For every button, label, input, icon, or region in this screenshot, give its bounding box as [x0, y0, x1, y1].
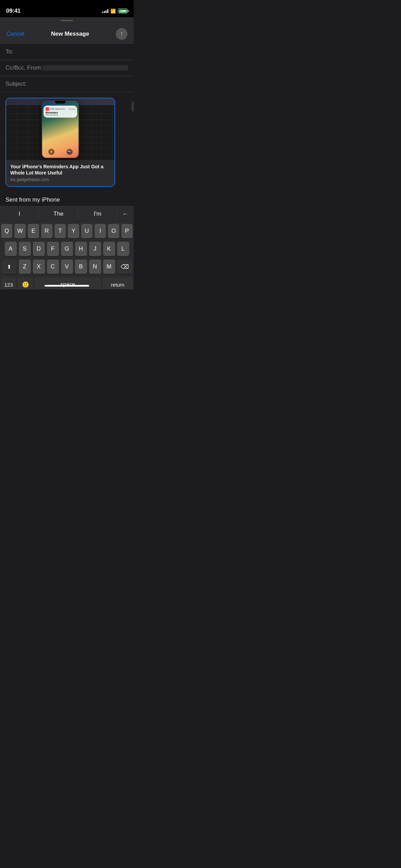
device-mockup: TIME SENSITIVE 53m ago Reminders Pick up… [41, 100, 79, 158]
key-o[interactable]: O [108, 224, 119, 238]
modal-handle-bar [0, 17, 134, 24]
key-k[interactable]: K [103, 242, 115, 256]
status-time: 09:41 [6, 8, 21, 14]
key-p[interactable]: P [121, 224, 133, 238]
keyboard-row-3: ⬆ Z X C V B N M ⌫ [1, 260, 133, 274]
delete-key[interactable]: ⌫ [117, 260, 132, 274]
predictive-delete-button[interactable]: ← [117, 206, 134, 221]
keyboard-row-1: Q W E R T Y U I O P [1, 224, 133, 238]
key-i[interactable]: I [95, 224, 106, 238]
key-m[interactable]: M [103, 260, 115, 274]
predictive-text-bar: I The I'm ← [0, 206, 134, 221]
compose-title: New Message [51, 31, 89, 37]
device-flashlight-icon: ⚡ [48, 149, 54, 155]
phone-keyboard-image: TIME SENSITIVE 53m ago Reminders Pick up… [6, 98, 114, 160]
predictive-item-3[interactable]: I'm [78, 206, 117, 221]
drag-handle [61, 20, 73, 21]
key-y[interactable]: Y [68, 224, 79, 238]
to-field-row[interactable]: To: [0, 44, 134, 60]
shift-icon: ⬆ [7, 264, 11, 270]
signal-icon [102, 9, 108, 13]
to-label: To: [5, 48, 36, 55]
key-q[interactable]: Q [1, 224, 12, 238]
email-signature: Sent from my iPhone [0, 191, 134, 206]
link-preview-title: Your iPhone's Reminders App Just Got a W… [10, 164, 110, 176]
key-u[interactable]: U [81, 224, 93, 238]
keyboard-row-4: 123 🙂 space return [1, 277, 133, 289]
battery-icon: 100 [118, 9, 127, 13]
key-n[interactable]: N [89, 260, 101, 274]
key-t[interactable]: T [54, 224, 66, 238]
key-w[interactable]: W [14, 224, 26, 238]
reminder-notification: TIME SENSITIVE 53m ago Reminders Pick up… [44, 106, 77, 118]
link-preview-info: Your iPhone's Reminders App Just Got a W… [6, 160, 114, 186]
key-s[interactable]: S [19, 242, 31, 256]
predictive-item-1[interactable]: I [0, 206, 39, 221]
compose-header: Cancel New Message ↑ [0, 24, 134, 44]
home-indicator [45, 285, 89, 287]
predictive-item-2[interactable]: The [39, 206, 78, 221]
link-preview-wrapper: TIME SENSITIVE 53m ago Reminders Pick up… [5, 98, 128, 187]
subject-field-row[interactable]: Subject: [0, 76, 134, 92]
key-v[interactable]: V [61, 260, 73, 274]
key-d[interactable]: D [33, 242, 45, 256]
key-r[interactable]: R [41, 224, 52, 238]
link-preview-image: TIME SENSITIVE 53m ago Reminders Pick up… [6, 98, 114, 160]
key-x[interactable]: X [33, 260, 45, 274]
key-j[interactable]: J [89, 242, 101, 256]
device-camera-icon: 📷 [66, 149, 73, 155]
status-icons: 📶 100 [102, 9, 127, 14]
key-f[interactable]: F [47, 242, 59, 256]
link-preview-domain: ios.gadgethacks.com [10, 177, 110, 182]
keyboard-row-2: A S D F G H J K L [1, 242, 133, 256]
key-h[interactable]: H [75, 242, 87, 256]
from-value-blurred [42, 65, 128, 71]
collapse-button[interactable]: ⌄ [132, 101, 134, 112]
key-z[interactable]: Z [19, 260, 31, 274]
key-g[interactable]: G [61, 242, 73, 256]
cancel-button[interactable]: Cancel [6, 31, 24, 37]
subject-label: Subject: [5, 81, 36, 87]
emoji-key[interactable]: 🙂 [18, 277, 33, 289]
cc-field-row[interactable]: Cc/Bcc, From: [0, 60, 134, 76]
cc-label: Cc/Bcc, From: [5, 64, 42, 71]
key-c[interactable]: C [47, 260, 59, 274]
space-key[interactable]: space [35, 277, 101, 289]
return-key[interactable]: return [102, 277, 133, 289]
key-a[interactable]: A [5, 242, 17, 256]
send-arrow-icon: ↑ [120, 31, 123, 37]
link-preview-card[interactable]: TIME SENSITIVE 53m ago Reminders Pick up… [5, 98, 115, 187]
backspace-icon: ⌫ [121, 263, 129, 270]
key-b[interactable]: B [75, 260, 87, 274]
status-bar: 09:41 📶 100 [0, 0, 134, 17]
keyboard: Q W E R T Y U I O P A S D F G H J K L ⬆ … [0, 221, 134, 289]
numbers-key[interactable]: 123 [1, 277, 16, 289]
compose-body[interactable]: TIME SENSITIVE 53m ago Reminders Pick up… [0, 92, 134, 191]
send-button[interactable]: ↑ [116, 28, 127, 40]
key-l[interactable]: L [117, 242, 129, 256]
wifi-icon: 📶 [110, 9, 116, 14]
key-e[interactable]: E [28, 224, 39, 238]
shift-key[interactable]: ⬆ [2, 260, 17, 274]
compose-fields: To: Cc/Bcc, From: Subject: [0, 44, 134, 92]
delete-arrow-icon: ← [123, 210, 129, 217]
